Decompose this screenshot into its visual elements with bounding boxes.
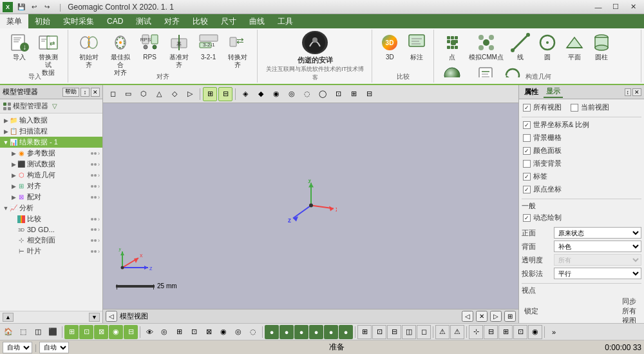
freehand-btn[interactable]: ◌ [300, 87, 314, 101]
convert-align-btn[interactable]: ⇄ 转换对齐 [222, 31, 252, 70]
import-btn[interactable]: ↓ 导入 [6, 31, 32, 63]
menu-item-cad[interactable]: CAD [100, 14, 129, 28]
line-btn[interactable]: 线 [507, 31, 533, 63]
bt-green2[interactable]: ● [279, 325, 294, 339]
canvas-expand-btn[interactable]: ◁ [106, 311, 117, 322]
front-face-select[interactable]: 原来状态 [554, 227, 641, 239]
select2-btn[interactable]: ◆ [254, 87, 268, 101]
tab-properties[interactable]: 属性 [522, 86, 541, 97]
bt-eye2[interactable]: ◎ [157, 325, 171, 339]
menu-item-curve[interactable]: 曲线 [243, 14, 271, 28]
circle-sel-btn[interactable]: ◎ [285, 87, 299, 101]
arrow-btn[interactable]: ▷ [183, 87, 197, 101]
tree-result-1[interactable]: ▼ 📊 结果数据 - 1 [0, 137, 102, 148]
projection-select[interactable]: 平行 [554, 268, 641, 279]
lasso-btn[interactable]: ◉ [269, 87, 283, 101]
bt-green4[interactable]: ● [309, 325, 323, 339]
cross-sel-btn[interactable]: ⊡ [331, 87, 345, 101]
bt-eye6[interactable]: ◉ [216, 325, 231, 339]
menu-item-test[interactable]: 测试 [129, 14, 158, 28]
world-coords-check[interactable] [523, 121, 531, 129]
tree-pair[interactable]: ▶ ⊠ 配对 › [0, 192, 102, 202]
tree-ref-data[interactable]: ▶ ◉ 参考数据 › [0, 148, 102, 159]
tree-align[interactable]: ▶ ⊞ 对齐 › [0, 181, 102, 192]
maximize-btn[interactable]: ☐ [607, 1, 624, 13]
origin-check[interactable] [523, 186, 531, 193]
compare-3d-btn[interactable]: 3D 3D [377, 31, 402, 63]
bt-measure1[interactable]: ⊹ [469, 325, 483, 339]
tab-display[interactable]: 显示 [544, 86, 563, 98]
canvas-nav-next[interactable]: ▷ [490, 311, 502, 322]
dynamic-draw-check[interactable] [523, 214, 531, 222]
tree-analysis[interactable]: ▼ 📈 分析 [0, 202, 102, 213]
bt-w2[interactable]: ⊡ [372, 325, 386, 339]
cmm-point-btn[interactable]: 模拟CMM点 [466, 31, 506, 63]
bt-w1[interactable]: ⊞ [357, 325, 372, 339]
grid2-btn[interactable]: ⊟ [218, 87, 232, 101]
panel-pin-btn[interactable]: ↕ [80, 88, 90, 97]
mode-select-2[interactable]: 自动 [39, 342, 69, 353]
plane-btn[interactable]: 平面 [562, 31, 587, 63]
menu-item-compare[interactable]: 比较 [186, 14, 214, 28]
bt-eye3[interactable]: ⊞ [172, 325, 186, 339]
bt-measure5[interactable]: ◉ [528, 325, 542, 339]
bt-w5[interactable]: ◻ [417, 325, 431, 339]
gradient-bg-check[interactable] [523, 160, 531, 168]
bt-warn1[interactable]: ⚠ [435, 325, 450, 339]
bt-eye4[interactable]: ⊡ [187, 325, 201, 339]
canvas-nav-x[interactable]: ✕ [476, 311, 488, 322]
color-panel-check[interactable] [523, 147, 531, 155]
bt-green5[interactable]: ● [324, 325, 338, 339]
scroll-up-btn[interactable]: ▲ [3, 313, 14, 322]
bt-w3[interactable]: ⊟ [387, 325, 401, 339]
bt-g5[interactable]: ⊟ [124, 325, 138, 339]
panel-close-btn[interactable]: ✕ [91, 88, 100, 97]
diamond-btn[interactable]: ◇ [167, 87, 182, 101]
bt-view1-btn[interactable]: ⬚ [16, 325, 30, 339]
bt-green6[interactable]: ● [339, 325, 353, 339]
rps-btn[interactable]: RPS RPS [137, 31, 163, 63]
321-btn[interactable]: 3-2-1 3-2-1 [196, 31, 222, 63]
bt-eye7[interactable]: ◎ [231, 325, 245, 339]
right-pin-btn[interactable]: ↕ [625, 88, 632, 96]
bt-measure3[interactable]: ⊞ [498, 325, 513, 339]
triangle-btn[interactable]: △ [152, 87, 166, 101]
init-align-btn[interactable]: 初始对齐 [73, 31, 104, 70]
menu-item-align[interactable]: 对齐 [158, 14, 186, 28]
right-close-btn[interactable]: ✕ [632, 88, 641, 96]
bt-green1[interactable]: ● [265, 325, 279, 339]
bt-view2-btn[interactable]: ◫ [31, 325, 45, 339]
inv-sel-btn[interactable]: ⊟ [362, 87, 376, 101]
current-view-check[interactable] [571, 104, 578, 112]
undo-btn[interactable]: ↩ [28, 2, 40, 12]
tree-3dgd[interactable]: 3D 3D GD... › [0, 224, 102, 235]
bt-view3-btn[interactable]: ⬛ [46, 325, 60, 339]
cylinder-btn[interactable]: 圆柱 [589, 31, 614, 63]
tree-scan-flow[interactable]: ▶ 📋 扫描流程 [0, 126, 102, 137]
datum-btn[interactable]: 基 基准对齐 [164, 31, 194, 70]
tree-input-data[interactable]: ▶ 📁 输入数据 [0, 115, 102, 126]
compare-ref-btn[interactable]: 标注 [404, 31, 430, 63]
bt-home-btn[interactable]: 🏠 [1, 325, 15, 339]
grid-btn[interactable]: ⊞ [203, 87, 217, 101]
circle-btn[interactable]: 圆 [535, 31, 560, 63]
menu-item-initial[interactable]: 初始 [28, 14, 57, 28]
bt-g3[interactable]: ⊠ [94, 325, 108, 339]
bg-grid-check[interactable] [523, 134, 531, 142]
main-canvas[interactable]: x y z z [103, 103, 518, 309]
select1-btn[interactable]: ◈ [238, 87, 252, 101]
bt-more[interactable]: » [547, 325, 561, 339]
close-btn[interactable]: ✕ [625, 1, 641, 13]
mode-select-1[interactable]: 自动 [3, 342, 32, 353]
polygon-btn[interactable]: ⬡ [137, 87, 151, 101]
all-views-check[interactable] [523, 104, 531, 112]
bt-g1[interactable]: ⊞ [64, 325, 79, 339]
ellipse-btn[interactable]: ◯ [316, 87, 330, 101]
tree-cross-section[interactable]: ⊹ 相交剖面 › [0, 235, 102, 246]
bt-measure4[interactable]: ⊡ [513, 325, 527, 339]
bt-g2[interactable]: ⊡ [79, 325, 93, 339]
rect-select-btn[interactable]: ◻ [106, 87, 120, 101]
point-btn[interactable]: 点 [439, 31, 465, 63]
bt-w4[interactable]: ◫ [402, 325, 416, 339]
bt-measure2[interactable]: ⊟ [484, 325, 498, 339]
